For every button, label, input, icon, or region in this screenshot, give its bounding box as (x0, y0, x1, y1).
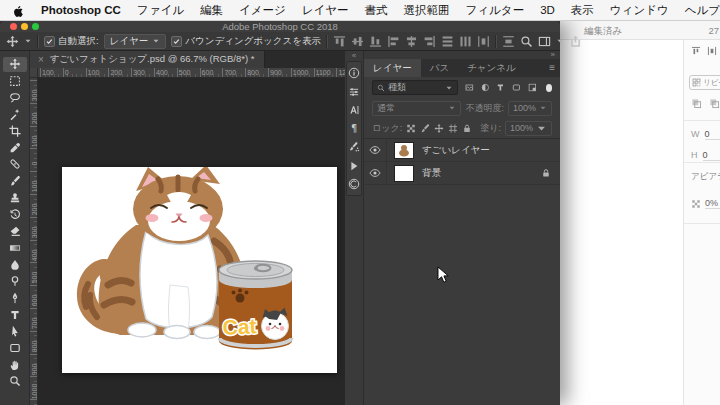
auto-select-checkbox[interactable]: 自動選択: (44, 35, 99, 48)
align-vertical-center-icon[interactable] (351, 35, 364, 48)
tool-healing-brush[interactable] (3, 157, 27, 173)
auto-select-dropdown[interactable]: レイヤー (104, 34, 167, 49)
actions-icon[interactable] (348, 160, 360, 172)
menu-item-8[interactable]: 表示 (571, 3, 594, 18)
distribute-spacing-horizontal-icon[interactable] (502, 35, 515, 48)
layer-row[interactable]: 背景 (364, 162, 560, 185)
tool-crop[interactable] (3, 123, 27, 139)
tool-marquee[interactable] (3, 73, 27, 89)
tool-hand[interactable] (3, 357, 27, 373)
menu-item-6[interactable]: フィルター (466, 3, 525, 18)
align-horizontal-center-icon[interactable] (405, 35, 418, 48)
canvas-artboard[interactable]: Cat (62, 167, 337, 373)
tool-brush[interactable] (3, 173, 27, 189)
menu-item-3[interactable]: レイヤー (302, 3, 349, 18)
filter-shape-layers-icon[interactable] (512, 82, 521, 93)
tool-history-brush[interactable] (3, 207, 27, 223)
visibility-eye-icon[interactable] (369, 167, 381, 179)
lock-position-icon[interactable] (434, 123, 444, 134)
layer-thumbnail[interactable] (394, 142, 414, 159)
tool-eyedropper[interactable] (3, 140, 27, 156)
search-icon[interactable] (520, 35, 533, 48)
menu-item-10[interactable]: ヘルプ (685, 3, 720, 18)
character-icon[interactable] (348, 104, 360, 116)
paragraph-icon[interactable] (348, 123, 360, 135)
distribute-vertical-icon[interactable] (441, 35, 454, 48)
opacity-control[interactable]: 0% (691, 198, 720, 209)
menu-item-1[interactable]: 編集 (200, 3, 223, 18)
tab-close-icon[interactable]: × (38, 54, 44, 65)
panel-tab-2[interactable]: チャンネル (458, 59, 525, 77)
move-tool-icon[interactable] (6, 35, 19, 48)
repeat-grid-button[interactable]: リピー (689, 75, 720, 90)
filter-pixel-layers-icon[interactable] (465, 82, 474, 93)
align-left-icon[interactable] (387, 35, 400, 48)
align-top-icon[interactable] (691, 46, 701, 56)
horizontal-ruler[interactable]: 1000100200300400500600700800900100011001… (38, 68, 345, 78)
lock-artboard-icon[interactable] (448, 123, 458, 134)
eye-column[interactable] (364, 162, 387, 184)
tool-eraser[interactable] (3, 223, 27, 239)
fill-dropdown[interactable]: 100% (505, 121, 552, 136)
lock-all-icon[interactable] (462, 123, 472, 134)
align-top-icon[interactable] (333, 35, 346, 48)
tool-move[interactable] (3, 57, 27, 73)
visibility-eye-icon[interactable] (369, 144, 381, 156)
distribute-horizontal-icon[interactable] (707, 46, 717, 56)
menu-item-7[interactable]: 3D (540, 4, 555, 16)
libraries-icon[interactable] (348, 178, 360, 190)
tool-dodge[interactable] (3, 274, 27, 290)
tool-clone-stamp[interactable] (3, 190, 27, 206)
filter-smart-object-icon[interactable] (528, 82, 537, 93)
chevron-down-icon[interactable] (24, 37, 32, 45)
canvas-area[interactable]: Cat (38, 78, 345, 405)
align-bottom-icon[interactable] (369, 35, 382, 48)
workspace-icon[interactable] (538, 35, 551, 48)
lock-image-pixels-icon[interactable] (420, 123, 430, 134)
align-right-icon[interactable] (423, 35, 436, 48)
layer-thumbnail[interactable] (394, 165, 414, 182)
tool-pen[interactable] (3, 290, 27, 306)
width-field[interactable]: W 0 (691, 129, 720, 140)
panel-tab-1[interactable]: パス (421, 59, 458, 77)
blend-mode-dropdown[interactable]: 通常 (372, 101, 461, 116)
info-icon[interactable] (348, 67, 360, 79)
layer-filter-dropdown[interactable]: 種類 (372, 80, 458, 95)
opacity-dropdown[interactable]: 100% (508, 101, 552, 116)
tool-magic-wand[interactable] (3, 107, 27, 123)
brush-settings-icon[interactable] (348, 141, 360, 153)
layer-row[interactable]: すごいレイヤー (364, 139, 560, 162)
menu-item-2[interactable]: イメージ (239, 3, 286, 18)
boolean-add-icon[interactable] (691, 98, 702, 109)
document-tab[interactable]: × すごいフォトショップ.psd @ 66.7% (RGB/8*) * (30, 51, 265, 68)
lock-transparent-pixels-icon[interactable] (406, 123, 416, 134)
share-icon[interactable] (569, 35, 582, 48)
tool-path-selection[interactable] (3, 324, 27, 340)
apple-menu-icon[interactable] (12, 3, 25, 18)
eye-column[interactable] (364, 139, 387, 161)
tool-shape[interactable] (3, 340, 27, 356)
tool-gradient[interactable] (3, 240, 27, 256)
tool-type[interactable] (3, 307, 27, 323)
panel-tab-0[interactable]: レイヤー (364, 59, 421, 77)
menu-item-9[interactable]: ウィンドウ (610, 3, 669, 18)
menu-item-0[interactable]: ファイル (137, 3, 184, 18)
filter-adjustment-layers-icon[interactable] (481, 82, 490, 93)
filter-type-layers-icon[interactable] (496, 82, 505, 93)
bounding-box-checkbox[interactable]: バウンディングボックスを表示 (171, 35, 321, 48)
menu-item-4[interactable]: 書式 (365, 3, 388, 18)
height-field[interactable]: H 0 (691, 150, 720, 161)
collapse-panels-chevron[interactable]: » (551, 50, 555, 59)
distribute-horizontal-icon[interactable] (459, 35, 472, 48)
menu-app-name[interactable]: Photoshop CC (41, 4, 121, 16)
tool-blur[interactable] (3, 257, 27, 273)
panel-menu-icon[interactable]: ≡ (549, 59, 555, 77)
vertical-ruler[interactable]: 3002001000100200300400500600700800900100… (30, 78, 38, 405)
width-value[interactable]: 0 (705, 129, 720, 140)
menu-item-5[interactable]: 選択範囲 (404, 3, 450, 18)
opacity-value[interactable]: 0% (705, 198, 720, 209)
boolean-subtract-icon[interactable] (709, 98, 720, 109)
tool-zoom[interactable] (3, 374, 27, 390)
properties-icon[interactable] (348, 86, 360, 98)
expand-panels-chevron[interactable]: « (345, 51, 363, 60)
